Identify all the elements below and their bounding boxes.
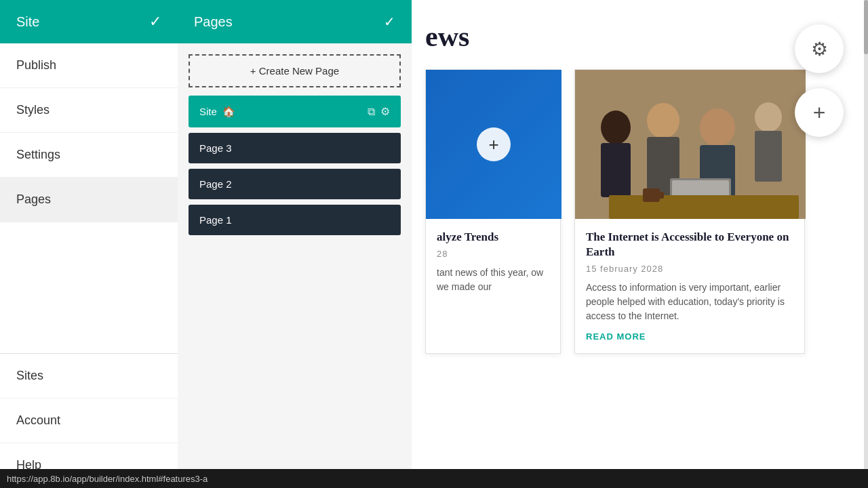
status-bar: https://app.8b.io/app/builder/index.html… (0, 469, 868, 488)
card-image (575, 70, 806, 219)
news-title: ews (425, 20, 854, 53)
scrollbar[interactable] (864, 0, 868, 488)
sidebar-item-styles[interactable]: Styles (0, 88, 178, 133)
pages-content: + Create New Page Site 🏠 ⧉ ⚙ Page 3 Page… (178, 43, 412, 246)
news-cards: + alyze Trends 28 tant news of this year… (425, 69, 854, 354)
pages-header: Pages ✓ (178, 0, 412, 43)
site-page-label: Site 🏠 (199, 106, 235, 118)
partial-card-date: 28 (437, 249, 549, 259)
internet-card-title: The Internet is Accessible to Everyone o… (586, 230, 793, 260)
read-more-link[interactable]: READ MORE (586, 331, 646, 342)
internet-card-text: Access to information is very important,… (586, 281, 793, 323)
internet-card-body: The Internet is Accessible to Everyone o… (575, 219, 804, 353)
sidebar-bottom: Sites Account Help (0, 353, 178, 488)
settings-icon: ⚙ (811, 38, 828, 60)
add-card-button[interactable]: + (477, 127, 511, 161)
fab-add-button[interactable]: + (795, 88, 844, 137)
sidebar-header: Site ✓ (0, 0, 178, 43)
internet-card-date: 15 february 2028 (586, 264, 793, 274)
sidebar-item-pages[interactable]: Pages (0, 178, 178, 222)
pages-check-icon: ✓ (384, 14, 395, 30)
sidebar-item-sites[interactable]: Sites (0, 354, 178, 399)
sidebar-item-publish[interactable]: Publish (0, 43, 178, 88)
create-new-page-button[interactable]: + Create New Page (189, 54, 401, 87)
add-icon: + (813, 100, 826, 125)
status-url: https://app.8b.io/app/builder/index.html… (7, 474, 208, 484)
main-content: ⚙ + ews + alyze Trends 28 (412, 0, 868, 488)
sidebar-check-icon: ✓ (149, 13, 161, 30)
sidebar-item-settings[interactable]: Settings (0, 133, 178, 178)
left-sidebar: Site ✓ Publish Styles Settings Pages Sit… (0, 0, 178, 488)
page-item-site[interactable]: Site 🏠 ⧉ ⚙ (189, 96, 401, 127)
page-item-page1[interactable]: Page 1 (189, 205, 401, 235)
sidebar-title: Site (16, 14, 39, 30)
partial-card-text: tant news of this year, ow we made our (437, 266, 549, 294)
sidebar-item-account[interactable]: Account (0, 399, 178, 443)
site-page-icons: ⧉ ⚙ (368, 105, 390, 118)
fab-settings-button[interactable]: ⚙ (795, 24, 844, 73)
scrollbar-thumb[interactable] (864, 0, 868, 54)
page-item-page3[interactable]: Page 3 (189, 133, 401, 163)
pages-title: Pages (194, 14, 233, 30)
business-photo-svg (575, 70, 806, 219)
news-card-internet: The Internet is Accessible to Everyone o… (574, 69, 805, 354)
layers-icon[interactable]: ⧉ (368, 106, 375, 118)
sidebar-spacer (0, 222, 178, 353)
news-card-partial: + alyze Trends 28 tant news of this year… (425, 69, 561, 354)
page-item-page2[interactable]: Page 2 (189, 169, 401, 199)
plus-icon: + (488, 134, 498, 155)
partial-card-title: alyze Trends (437, 230, 549, 245)
partial-card-body: alyze Trends 28 tant news of this year, … (426, 219, 560, 305)
svg-rect-15 (575, 70, 806, 219)
pages-panel: Pages ✓ + Create New Page Site 🏠 ⧉ ⚙ Pag… (178, 0, 412, 488)
home-icon: 🏠 (222, 106, 235, 118)
gear-icon[interactable]: ⚙ (380, 105, 390, 118)
